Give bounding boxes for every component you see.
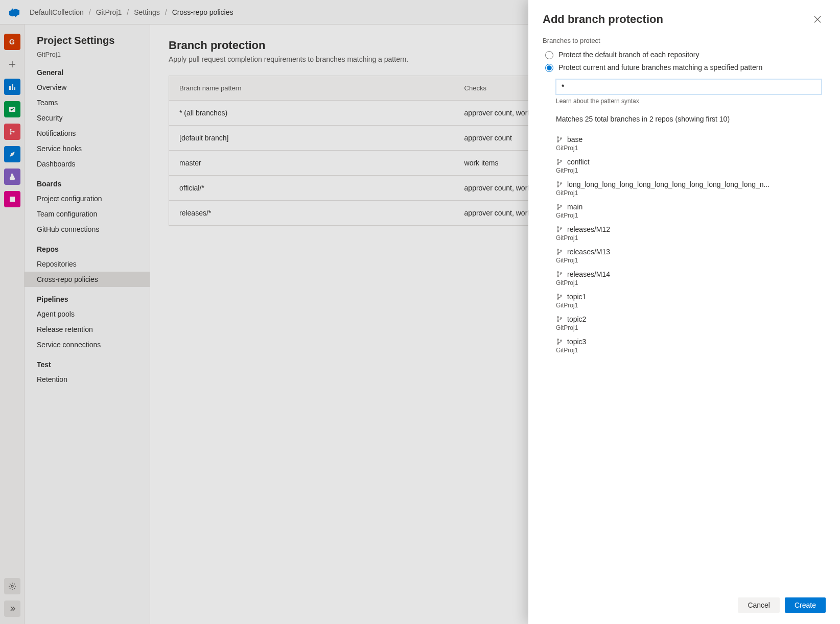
branch-repo: GitProj1 (556, 257, 826, 264)
svg-point-23 (561, 228, 562, 229)
branches-to-protect-label: Branches to protect (543, 37, 826, 44)
branch-icon (556, 271, 563, 278)
branch-icon (556, 316, 563, 323)
branch-icon (556, 158, 563, 165)
radio-protect-pattern[interactable]: Protect current and future branches matc… (543, 62, 826, 72)
branch-icon (556, 136, 563, 143)
svg-point-18 (557, 204, 559, 206)
panel-title: Add branch protection (543, 13, 663, 26)
svg-point-34 (557, 321, 559, 322)
svg-point-33 (557, 317, 559, 318)
svg-point-16 (557, 186, 559, 187)
radio-protect-default-input[interactable] (545, 51, 553, 59)
branch-name: releases/M12 (567, 225, 610, 233)
branch-name: topic1 (567, 293, 586, 301)
branch-repo: GitProj1 (556, 234, 826, 242)
branch-name: topic3 (567, 338, 586, 346)
svg-point-22 (557, 231, 559, 232)
list-item[interactable]: topic1GitProj1 (556, 287, 826, 310)
branch-icon (556, 338, 563, 345)
svg-point-28 (557, 276, 559, 277)
svg-point-37 (557, 343, 559, 345)
svg-point-19 (557, 208, 559, 210)
svg-point-20 (561, 205, 562, 207)
svg-point-25 (557, 253, 559, 255)
svg-point-38 (561, 340, 562, 342)
branch-repo: GitProj1 (556, 212, 826, 219)
add-branch-protection-panel: Add branch protection Branches to protec… (528, 0, 840, 624)
branch-name: long_long_long_long_long_long_long_long_… (567, 180, 769, 188)
close-icon (814, 16, 821, 23)
radio-protect-pattern-label: Protect current and future branches matc… (558, 63, 762, 71)
list-item[interactable]: conflictGitProj1 (556, 153, 826, 175)
close-button[interactable] (809, 11, 826, 28)
svg-point-21 (557, 227, 559, 228)
list-item[interactable]: mainGitProj1 (556, 198, 826, 220)
svg-point-30 (557, 294, 559, 296)
svg-point-29 (561, 273, 562, 274)
branch-repo: GitProj1 (556, 145, 826, 152)
svg-point-24 (557, 249, 559, 251)
branch-name: base (567, 135, 582, 143)
svg-point-12 (557, 159, 559, 161)
branch-repo: GitProj1 (556, 347, 826, 354)
svg-point-11 (561, 138, 562, 139)
svg-point-35 (561, 318, 562, 319)
branch-repo: GitProj1 (556, 189, 826, 197)
list-item[interactable]: releases/M12GitProj1 (556, 220, 826, 243)
branch-name: releases/M13 (567, 248, 610, 256)
branch-name: conflict (567, 158, 590, 166)
svg-point-13 (557, 163, 559, 165)
branch-repo: GitProj1 (556, 279, 826, 286)
branch-pattern-input[interactable] (556, 79, 822, 94)
branch-name: main (567, 203, 582, 211)
svg-point-17 (561, 183, 562, 184)
branch-icon (556, 293, 563, 300)
radio-protect-default-label: Protect the default branch of each repos… (558, 51, 699, 59)
branch-name: topic2 (567, 315, 586, 323)
svg-point-14 (561, 160, 562, 162)
branch-repo: GitProj1 (556, 167, 826, 174)
create-button[interactable]: Create (785, 597, 826, 613)
branch-icon (556, 226, 563, 233)
svg-point-26 (561, 250, 562, 252)
list-item[interactable]: topic2GitProj1 (556, 310, 826, 332)
matches-summary: Matches 25 total branches in 2 repos (sh… (556, 115, 826, 123)
pattern-syntax-help-link[interactable]: Learn about the pattern syntax (556, 98, 826, 105)
branch-icon (556, 181, 563, 188)
svg-point-36 (557, 339, 559, 341)
branch-name: releases/M14 (567, 270, 610, 278)
matching-branches-list: baseGitProj1conflictGitProj1long_long_lo… (556, 130, 826, 355)
list-item[interactable]: long_long_long_long_long_long_long_long_… (556, 175, 826, 198)
cancel-button[interactable]: Cancel (738, 597, 780, 613)
svg-point-15 (557, 182, 559, 183)
svg-point-27 (557, 272, 559, 273)
branch-icon (556, 203, 563, 210)
svg-point-10 (557, 141, 559, 142)
svg-point-9 (557, 137, 559, 138)
branch-icon (556, 248, 563, 255)
svg-point-32 (561, 295, 562, 297)
list-item[interactable]: releases/M13GitProj1 (556, 243, 826, 265)
branch-repo: GitProj1 (556, 302, 826, 309)
branch-repo: GitProj1 (556, 324, 826, 331)
list-item[interactable]: baseGitProj1 (556, 130, 826, 153)
list-item[interactable]: topic3GitProj1 (556, 332, 826, 355)
list-item[interactable]: releases/M14GitProj1 (556, 265, 826, 287)
radio-protect-default[interactable]: Protect the default branch of each repos… (543, 50, 826, 59)
svg-point-31 (557, 298, 559, 300)
radio-protect-pattern-input[interactable] (545, 64, 553, 72)
